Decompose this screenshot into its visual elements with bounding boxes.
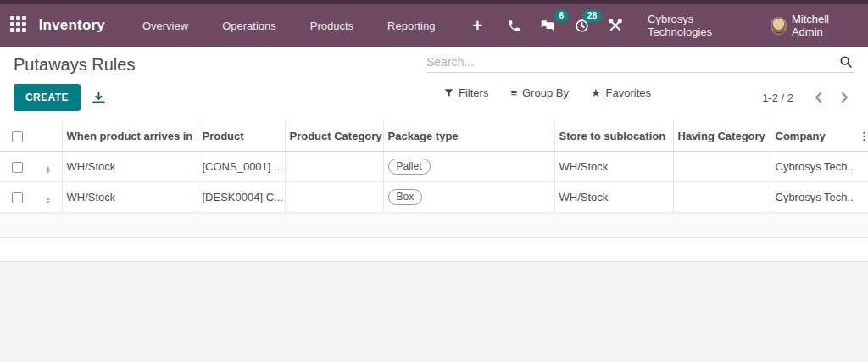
cell-arrives-in[interactable]: WH/Stock: [62, 182, 198, 213]
group-by-button[interactable]: ≡ Group By: [510, 86, 569, 99]
plus-icon[interactable]: +: [460, 13, 494, 39]
cell-package-type[interactable]: Box: [383, 182, 554, 213]
cell-package-type[interactable]: Pallet: [383, 152, 554, 182]
user-avatar: [771, 17, 787, 35]
user-name: Mitchell Admin: [792, 13, 854, 38]
content-bottom-gap: [0, 238, 868, 262]
create-button[interactable]: CREATE: [14, 84, 81, 111]
col-header-product[interactable]: Product: [198, 120, 285, 152]
cell-product-category[interactable]: [285, 152, 383, 182]
col-header-having-category[interactable]: Having Category: [673, 120, 771, 152]
cell-arrives-in[interactable]: WH/Stock: [62, 152, 198, 182]
search-icon[interactable]: [837, 55, 854, 69]
row-checkbox[interactable]: [12, 162, 23, 173]
company-switcher[interactable]: Cybrosys Technologies: [648, 13, 748, 38]
cell-product[interactable]: [DESK0004] C...: [198, 182, 285, 213]
optional-columns-icon[interactable]: ⋮: [854, 120, 868, 152]
cell-company[interactable]: Cybrosys Tech...: [771, 182, 854, 213]
filter-funnel-icon: [444, 88, 453, 98]
control-panel: Putaways Rules CREATE Filters ≡ Gr: [0, 47, 868, 117]
cell-sublocation[interactable]: WH/Stock: [554, 182, 673, 213]
package-type-badge: Pallet: [388, 159, 431, 175]
app-window: Inventory Overview Operations Products R…: [0, 0, 868, 362]
menu-products[interactable]: Products: [297, 13, 367, 39]
cell-product-category[interactable]: [285, 182, 383, 213]
col-header-package-type[interactable]: Package type: [383, 120, 554, 152]
row-checkbox[interactable]: [12, 192, 23, 203]
cell-company[interactable]: Cybrosys Tech...: [771, 152, 854, 182]
systray: 6 28: [498, 13, 632, 38]
cell-product[interactable]: [CONS_0001] ...: [198, 152, 285, 182]
app-title[interactable]: Inventory: [39, 17, 105, 34]
favorites-star-icon: ★: [591, 86, 601, 99]
cell-sublocation[interactable]: WH/Stock: [554, 152, 673, 182]
cell-having-category[interactable]: [673, 152, 771, 182]
table-row[interactable]: ▲▼ WH/Stock [CONS_0001] ... Pallet WH/St…: [0, 152, 868, 182]
col-header-arrives-in[interactable]: When product arrives in: [62, 120, 198, 152]
pager: 1-2 / 2: [762, 90, 854, 105]
favorites-button[interactable]: ★ Favorites: [591, 86, 651, 99]
empty-filler-row: [0, 213, 868, 238]
user-menu[interactable]: Mitchell Admin: [771, 13, 854, 38]
search-box: [426, 55, 854, 73]
activities-icon[interactable]: 28: [565, 14, 598, 38]
filters-button[interactable]: Filters: [444, 86, 488, 99]
table-header-row: When product arrives in Product Product …: [0, 120, 868, 152]
page-title: Putaways Rules: [14, 53, 426, 75]
menu-operations[interactable]: Operations: [209, 13, 290, 39]
export-download-icon[interactable]: [92, 92, 105, 104]
package-type-badge: Box: [388, 189, 423, 205]
search-options: Filters ≡ Group By ★ Favorites: [444, 86, 651, 99]
tools-icon[interactable]: [598, 13, 632, 38]
group-by-icon: ≡: [510, 86, 517, 99]
menu-reporting[interactable]: Reporting: [374, 13, 448, 39]
main-menu: Overview Operations Products Reporting +: [129, 13, 494, 39]
table-row[interactable]: ▲▼ WH/Stock [DESK0004] C... Box WH/Stock…: [0, 182, 868, 213]
phone-icon[interactable]: [498, 14, 531, 38]
messages-icon[interactable]: 6: [531, 14, 565, 38]
col-header-company[interactable]: Company: [771, 120, 854, 152]
select-all-checkbox[interactable]: [12, 131, 23, 142]
apps-grid-icon[interactable]: [10, 16, 27, 35]
pager-value: 1-2 / 2: [762, 92, 793, 104]
col-header-product-category[interactable]: Product Category: [285, 120, 383, 152]
pager-previous-icon[interactable]: [809, 90, 827, 105]
search-input[interactable]: [426, 55, 837, 69]
drag-handle-icon[interactable]: ▲▼: [45, 196, 51, 205]
drag-handle-icon[interactable]: ▲▼: [45, 165, 51, 175]
menu-overview[interactable]: Overview: [129, 13, 202, 39]
col-header-sublocation[interactable]: Store to sublocation: [554, 120, 673, 152]
main-navbar: Inventory Overview Operations Products R…: [0, 4, 868, 47]
putaway-rules-table: When product arrives in Product Product …: [0, 120, 868, 238]
cell-having-category[interactable]: [673, 182, 771, 213]
pager-next-icon[interactable]: [836, 90, 854, 105]
page-background: [0, 262, 868, 362]
